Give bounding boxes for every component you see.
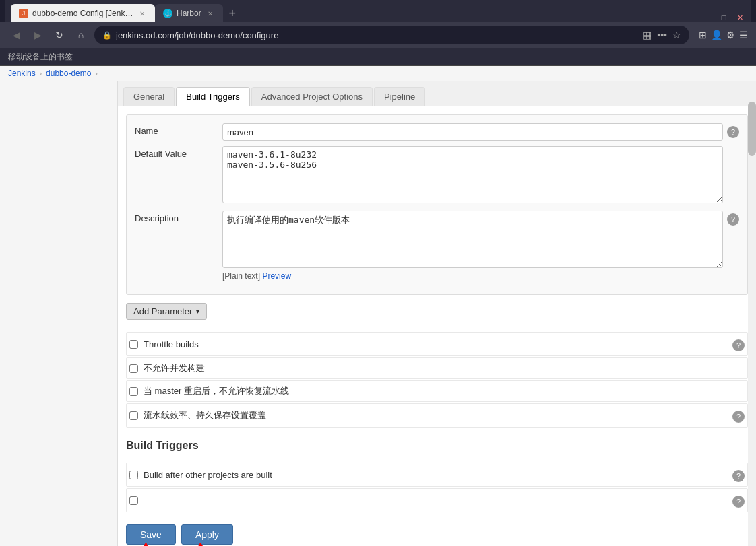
- throttle-builds-row: Throttle builds ?: [126, 332, 748, 356]
- tab-pipeline[interactable]: Pipeline: [374, 87, 425, 106]
- no-resume-label: 当 master 重启后，不允许恢复流水线: [144, 385, 745, 397]
- main-area: General Build Triggers Advanced Project …: [0, 81, 756, 546]
- build-after-help-icon[interactable]: ?: [732, 470, 745, 482]
- dropdown-arrow-icon: ▾: [196, 308, 199, 315]
- new-tab-button[interactable]: +: [223, 4, 242, 23]
- tab-harbor[interactable]: ⚓ Harbor ✕: [155, 4, 223, 23]
- forward-button[interactable]: ▶: [30, 27, 46, 43]
- build-after-checkbox[interactable]: [129, 471, 138, 479]
- harbor-tab-icon: ⚓: [163, 9, 172, 18]
- scrollbar-thumb[interactable]: [748, 102, 756, 156]
- build-triggers-heading: Build Triggers: [126, 440, 748, 454]
- add-parameter-section: Add Parameter ▾: [126, 303, 748, 320]
- second-trigger-help-icon[interactable]: ?: [732, 496, 745, 508]
- checkbox-section: Throttle builds ? 不允许并发构建 当 master 重启后，不…: [126, 329, 748, 432]
- tab-general[interactable]: General: [123, 87, 175, 106]
- breadcrumb-sep1: ›: [40, 70, 42, 77]
- breadcrumb-jenkins[interactable]: Jenkins: [8, 69, 36, 78]
- default-value-textarea[interactable]: maven-3.6.1-8u232 maven-3.5.6-8u256: [222, 146, 723, 203]
- settings-icon[interactable]: ⚙: [726, 30, 735, 40]
- main-content: General Build Triggers Advanced Project …: [118, 81, 756, 546]
- default-value-label: Default Value: [135, 146, 222, 159]
- name-row: Name ?: [135, 123, 739, 141]
- qr-icon[interactable]: ▦: [643, 30, 652, 40]
- pipeline-efficiency-row: 流水线效率、持久保存设置覆盖 ?: [126, 403, 748, 428]
- page-content: Jenkins › dubbo-demo › General Build Tri…: [0, 66, 756, 546]
- url-text: jenkins.od.com/job/dubbo-demo/configure: [116, 30, 278, 40]
- reload-button[interactable]: ↻: [51, 27, 67, 43]
- extensions-icon[interactable]: ⊞: [699, 30, 707, 40]
- tab-dubbo-demo[interactable]: J dubbo-demo Config [Jenkin... ✕: [11, 4, 155, 23]
- scrollbar-track[interactable]: [748, 81, 756, 546]
- url-bar[interactable]: 🔒 jenkins.od.com/job/dubbo-demo/configur…: [94, 26, 689, 44]
- apply-button[interactable]: Apply: [181, 524, 233, 545]
- default-value-row: Default Value maven-3.6.1-8u232 maven-3.…: [135, 146, 739, 205]
- default-value-control: maven-3.6.1-8u232 maven-3.5.6-8u256: [222, 146, 723, 205]
- button-bar: Save Apply: [126, 516, 748, 546]
- user-icon[interactable]: 👤: [711, 30, 722, 40]
- sidebar: [0, 81, 118, 546]
- pipeline-efficiency-checkbox[interactable]: [129, 411, 138, 420]
- bookmark-bar: 移动设备上的书签: [0, 48, 756, 66]
- no-resume-row: 当 master 重启后，不允许恢复流水线: [126, 380, 748, 402]
- tab-build-triggers[interactable]: Build Triggers: [176, 87, 249, 106]
- tab2-close[interactable]: ✕: [206, 9, 215, 18]
- plain-text-link: [Plain text] Preview: [222, 271, 723, 281]
- no-concurrent-label: 不允许并发构建: [144, 362, 745, 374]
- build-triggers-section: Build after other projects are built ? ?: [126, 460, 748, 516]
- tab2-title: Harbor: [177, 9, 201, 18]
- throttle-builds-label: Throttle builds: [144, 339, 728, 349]
- second-trigger-row: ?: [126, 488, 748, 512]
- home-button[interactable]: ⌂: [73, 27, 89, 43]
- pipeline-efficiency-label: 流水线效率、持久保存设置覆盖: [144, 409, 728, 421]
- security-icon: 🔒: [102, 31, 112, 40]
- menu-icon[interactable]: ☰: [739, 30, 748, 40]
- back-button[interactable]: ◀: [8, 27, 24, 43]
- add-parameter-button[interactable]: Add Parameter ▾: [126, 303, 207, 320]
- jenkins-tab-icon: J: [19, 9, 28, 18]
- save-button[interactable]: Save: [126, 524, 176, 545]
- title-bar: J dubbo-demo Config [Jenkin... ✕ ⚓ Harbo…: [0, 0, 756, 22]
- throttle-builds-checkbox[interactable]: [129, 340, 138, 349]
- breadcrumb-project[interactable]: dubbo-demo: [46, 69, 91, 78]
- more-icon[interactable]: •••: [657, 30, 667, 40]
- breadcrumb-sep2: ›: [95, 70, 97, 77]
- address-bar: ◀ ▶ ↻ ⌂ 🔒 jenkins.od.com/job/dubbo-demo/…: [0, 22, 756, 48]
- tab1-title: dubbo-demo Config [Jenkin...: [32, 9, 133, 18]
- description-textarea[interactable]: 执行编译使用的maven软件版本: [222, 211, 723, 268]
- description-help-icon[interactable]: ?: [727, 213, 739, 226]
- second-trigger-checkbox[interactable]: [129, 496, 138, 505]
- no-resume-checkbox[interactable]: [129, 387, 138, 396]
- name-label: Name: [135, 123, 222, 136]
- config-tabs: General Build Triggers Advanced Project …: [118, 81, 756, 106]
- tab1-close[interactable]: ✕: [137, 9, 147, 18]
- description-label: Description: [135, 211, 222, 224]
- bookmark-icon[interactable]: ☆: [672, 30, 681, 40]
- name-input[interactable]: [222, 123, 723, 141]
- breadcrumb: Jenkins › dubbo-demo ›: [0, 66, 756, 81]
- description-control: 执行编译使用的maven软件版本 [Plain text] Preview: [222, 211, 723, 281]
- name-control: [222, 123, 723, 141]
- pipeline-efficiency-help-icon[interactable]: ?: [732, 411, 745, 423]
- no-concurrent-checkbox[interactable]: [129, 364, 138, 373]
- tab-advanced-project-options[interactable]: Advanced Project Options: [251, 87, 373, 106]
- throttle-builds-help-icon[interactable]: ?: [732, 339, 745, 351]
- description-row: Description 执行编译使用的maven软件版本 [Plain text…: [135, 211, 739, 281]
- build-after-label: Build after other projects are built: [144, 470, 728, 480]
- bookmark-bar-text[interactable]: 移动设备上的书签: [8, 51, 73, 63]
- config-body: Name ? Default Value maven-3.6.1-8u232 m…: [118, 106, 756, 546]
- name-help-icon[interactable]: ?: [727, 126, 739, 138]
- preview-link[interactable]: Preview: [262, 271, 291, 281]
- build-after-row: Build after other projects are built ?: [126, 463, 748, 487]
- no-concurrent-row: 不允许并发构建: [126, 357, 748, 379]
- parameter-form-section: Name ? Default Value maven-3.6.1-8u232 m…: [126, 114, 748, 295]
